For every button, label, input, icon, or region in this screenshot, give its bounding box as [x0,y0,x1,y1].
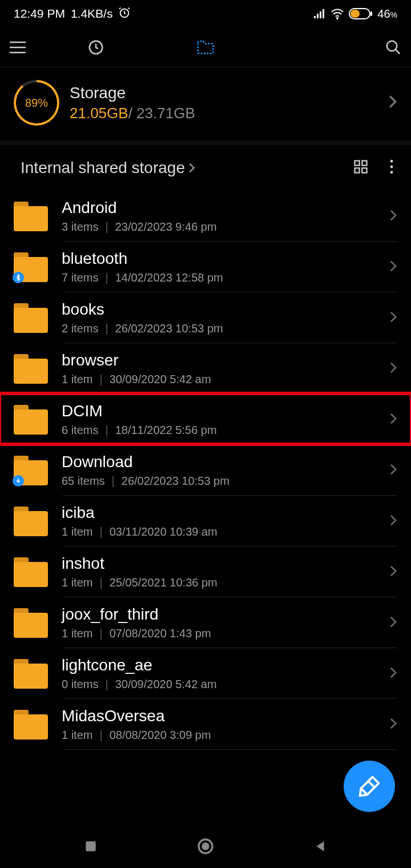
breadcrumb[interactable]: Internal shared storage [21,159,195,177]
folder-icon [14,557,48,587]
svg-rect-12 [362,161,366,166]
folder-meta: 0 items|30/09/2020 5:42 am [62,678,376,691]
svg-point-9 [387,41,397,51]
status-bar: 12:49 PM 1.4KB/s 46% [0,0,411,27]
folder-row[interactable]: MidasOversea1 item|08/08/2020 3:09 pm [0,699,411,750]
svg-point-16 [390,166,393,168]
chevron-right-icon [389,361,397,376]
folder-row[interactable]: joox_for_third1 item|07/08/2020 1:43 pm [0,597,411,648]
folder-icon [14,252,48,282]
folder-meta: 2 items|26/02/2023 10:53 pm [62,322,376,335]
folder-icon [14,507,48,536]
folder-row[interactable]: DCIM6 items|18/11/2022 5:56 pm [0,394,411,445]
folder-meta: 6 items|18/11/2022 5:56 pm [62,424,376,437]
top-tab-bar [0,27,411,67]
folder-icon [14,354,48,384]
folder-name: MidasOversea [62,707,376,725]
folder-icon [14,659,48,689]
svg-rect-11 [355,161,360,166]
tab-recent[interactable] [41,39,151,56]
storage-percent: 89% [25,97,48,110]
folder-icon [14,303,48,333]
folder-row[interactable]: iciba1 item|03/11/2020 10:39 am [0,496,411,546]
svg-line-10 [396,49,400,54]
folder-meta: 1 item|30/09/2020 5:42 am [62,373,376,386]
folder-icon [14,202,48,231]
folder-meta: 1 item|07/08/2020 1:43 pm [62,627,376,640]
folder-row[interactable]: browser1 item|30/09/2020 5:42 am [0,343,411,394]
svg-rect-4 [370,11,372,16]
folder-name: browser [62,351,376,369]
folder-row[interactable]: inshot1 item|25/05/2021 10:36 pm [0,546,411,597]
system-nav-bar [0,827,411,868]
signal-icon [313,8,326,19]
menu-button[interactable] [9,41,41,54]
folder-meta: 1 item|03/11/2020 10:39 am [62,525,376,539]
chevron-right-icon [389,565,397,580]
folder-icon [14,456,48,485]
search-button[interactable] [370,39,402,56]
section-divider [0,140,411,145]
storage-title: Storage [70,84,195,102]
chevron-right-icon [389,311,397,326]
battery-percent: 46% [377,7,397,21]
svg-rect-3 [350,10,360,18]
chevron-right-icon [389,514,397,529]
bluetooth-badge-icon [13,272,24,283]
svg-point-1 [337,18,338,19]
svg-point-20 [202,842,209,850]
folder-meta: 3 items|23/02/2023 9:46 pm [62,220,376,234]
nav-home[interactable] [196,837,215,858]
folder-name: joox_for_third [62,605,376,624]
status-time: 12:49 PM [14,7,65,21]
chevron-right-icon [388,94,397,111]
folder-row[interactable]: lightcone_ae0 items|30/09/2020 5:42 am [0,648,411,699]
chevron-right-icon [389,463,397,478]
folder-name: lightcone_ae [62,656,376,674]
folder-icon [14,405,48,435]
storage-ring: 89% [14,80,59,126]
folder-name: books [62,300,376,319]
more-button[interactable] [389,159,394,176]
folder-meta: 7 items|14/02/2023 12:58 pm [62,271,376,284]
folder-row[interactable]: Download65 items|26/02/2023 10:53 pm [0,445,411,496]
breadcrumb-row: Internal shared storage [0,145,411,191]
tab-files[interactable] [151,39,260,55]
storage-summary[interactable]: 89% Storage 21.05GB/ 23.71GB [0,67,411,140]
folder-meta: 65 items|26/02/2023 10:53 pm [62,475,376,488]
status-net-speed: 1.4KB/s [71,7,113,21]
battery-icon [349,8,373,19]
chevron-right-icon [389,717,397,732]
nav-back[interactable] [313,839,328,856]
folder-name: Download [62,453,376,471]
folder-name: iciba [62,504,376,522]
svg-rect-18 [86,841,95,851]
svg-point-15 [390,160,393,163]
svg-point-17 [390,171,393,174]
download-badge-icon [13,475,24,487]
folder-row[interactable]: books2 items|26/02/2023 10:53 pm [0,292,411,343]
breadcrumb-label: Internal shared storage [21,159,185,177]
folder-meta: 1 item|08/08/2020 3:09 pm [62,729,376,742]
clean-fab[interactable] [344,761,395,812]
folder-row[interactable]: bluetooth7 items|14/02/2023 12:58 pm [0,242,411,292]
svg-rect-14 [362,168,366,172]
chevron-right-icon [389,209,397,224]
folder-icon [14,710,48,740]
folder-name: DCIM [62,402,376,420]
folder-name: bluetooth [62,250,376,268]
wifi-icon [331,8,344,19]
chevron-right-icon [389,616,397,630]
folder-meta: 1 item|25/05/2021 10:36 pm [62,576,376,589]
nav-recents[interactable] [83,839,98,856]
folder-row[interactable]: Android3 items|23/02/2023 9:46 pm [0,191,411,242]
folder-name: inshot [62,554,376,573]
grid-view-button[interactable] [353,159,369,177]
chevron-right-icon [389,260,397,275]
folder-icon [14,608,48,638]
folder-name: Android [62,199,376,217]
chevron-right-icon [389,666,397,681]
chevron-right-icon [389,412,397,427]
alarm-icon [118,6,131,22]
svg-rect-13 [355,168,360,172]
